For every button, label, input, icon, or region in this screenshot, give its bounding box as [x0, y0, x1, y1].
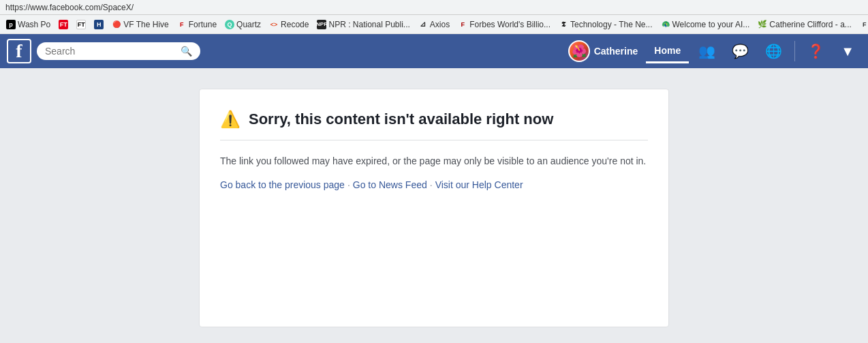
bookmark-npr[interactable]: NPR NPR : National Publi...	[313, 18, 413, 31]
bookmark-hill[interactable]: H	[91, 18, 107, 31]
home-button[interactable]: Home	[646, 40, 689, 63]
catherine-icon: 🌿	[758, 20, 767, 29]
bookmark-label: NPR : National Publi...	[328, 20, 409, 29]
nav-right: 🌺 Catherine Home 👥 💬 🌐 ❓ ▼	[563, 38, 861, 65]
hill-icon: H	[94, 20, 104, 29]
bookmark-axios[interactable]: ⊿ Axios	[415, 18, 453, 31]
user-avatar: 🌺	[568, 40, 590, 62]
facebook-logo[interactable]: f	[7, 39, 31, 63]
washpo-icon: p	[6, 20, 16, 29]
nav-divider	[794, 41, 795, 61]
bookmark-fortune[interactable]: F Fortune	[174, 18, 220, 31]
user-profile-button[interactable]: 🌺 Catherine	[563, 38, 644, 65]
help-icon-button[interactable]: ❓	[801, 39, 831, 63]
nyt-icon: 𝕿	[559, 20, 568, 29]
globe-icon-button[interactable]: 🌐	[758, 39, 789, 63]
warning-icon: ⚠️	[220, 110, 241, 129]
messenger-icon-button[interactable]: 💬	[725, 39, 756, 63]
main-content: ⚠️ Sorry, this content isn't available r…	[0, 68, 868, 327]
globe-icon: 🌐	[765, 43, 782, 59]
bookmark-ft2[interactable]: FT	[73, 18, 89, 31]
bookmark-label: Technology - The Ne...	[570, 20, 653, 29]
news-feed-link[interactable]: Go to News Feed	[353, 179, 427, 190]
ft2-icon: FT	[76, 20, 86, 29]
user-name: Catherine	[594, 46, 638, 57]
bookmark-recode[interactable]: <> Recode	[266, 18, 312, 31]
search-container[interactable]: 🔍	[37, 42, 200, 60]
go-back-link[interactable]: Go back to the previous page	[220, 179, 345, 190]
npr-icon: NPR	[317, 20, 326, 29]
bookmark-label: Catherine Clifford - a...	[769, 20, 852, 29]
error-card: ⚠️ Sorry, this content isn't available r…	[199, 89, 669, 327]
bookmark-label: Axios	[430, 20, 450, 29]
address-bar: https://www.facebook.com/SpaceX/	[0, 0, 868, 15]
help-center-link[interactable]: Visit our Help Center	[435, 179, 523, 190]
friends-icon-button[interactable]: 👥	[692, 39, 722, 63]
vf-icon: 🔴	[112, 20, 121, 29]
bookmark-catherine[interactable]: 🌿 Catherine Clifford - a...	[754, 18, 855, 31]
search-icon: 🔍	[181, 46, 192, 57]
separator-2: ·	[430, 179, 433, 190]
bookmark-label: Forbes World's Billio...	[469, 20, 551, 29]
facebook-navbar: f 🔍 🌺 Catherine Home 👥 💬 🌐 ❓ ▼	[0, 34, 868, 68]
bookmark-more[interactable]: F	[856, 18, 868, 31]
error-title: Sorry, this content isn't available righ…	[249, 110, 553, 128]
nbc-icon: 🦚	[661, 20, 670, 29]
url-text: https://www.facebook.com/SpaceX/	[5, 3, 134, 12]
error-body: The link you followed may have expired, …	[220, 154, 648, 168]
bookmark-vf[interactable]: 🔴 VF The Hive	[108, 18, 172, 31]
ft-icon: FT	[59, 20, 68, 29]
error-header: ⚠️ Sorry, this content isn't available r…	[220, 110, 648, 140]
dropdown-icon: ▼	[841, 44, 854, 59]
messenger-icon: 💬	[732, 43, 749, 59]
axios-icon: ⊿	[418, 20, 428, 29]
separator-1: ·	[347, 179, 350, 190]
bookmark-label: Fortune	[189, 20, 217, 29]
bookmark-washpo[interactable]: p Wash Po	[3, 18, 54, 31]
bookmark-label: VF The Hive	[123, 20, 168, 29]
dropdown-button[interactable]: ▼	[834, 40, 861, 63]
help-icon: ❓	[807, 43, 824, 59]
bookmark-nbc[interactable]: 🦚 Welcome to your AI...	[657, 18, 754, 31]
more-icon: F	[860, 20, 868, 29]
search-input[interactable]	[45, 46, 176, 57]
error-links: Go back to the previous page · Go to New…	[220, 179, 648, 190]
friends-icon: 👥	[698, 43, 715, 59]
bookmark-forbes[interactable]: F Forbes World's Billio...	[454, 18, 554, 31]
bookmark-quartz[interactable]: Q Quartz	[221, 18, 264, 31]
bookmark-ft1[interactable]: FT	[55, 18, 72, 31]
fortune-icon: F	[177, 20, 187, 29]
bookmark-label: Quartz	[236, 20, 261, 29]
bookmark-label: Wash Po	[18, 20, 50, 29]
recode-icon: <>	[269, 20, 279, 29]
bookmark-nyt[interactable]: 𝕿 Technology - The Ne...	[555, 18, 656, 31]
quartz-icon: Q	[225, 20, 234, 29]
bookmark-label: Welcome to your AI...	[672, 20, 750, 29]
forbes-icon: F	[458, 20, 467, 29]
bookmark-label: Recode	[281, 20, 309, 29]
bookmarks-bar: p Wash Po FT FT H 🔴 VF The Hive F Fortun…	[0, 15, 868, 34]
